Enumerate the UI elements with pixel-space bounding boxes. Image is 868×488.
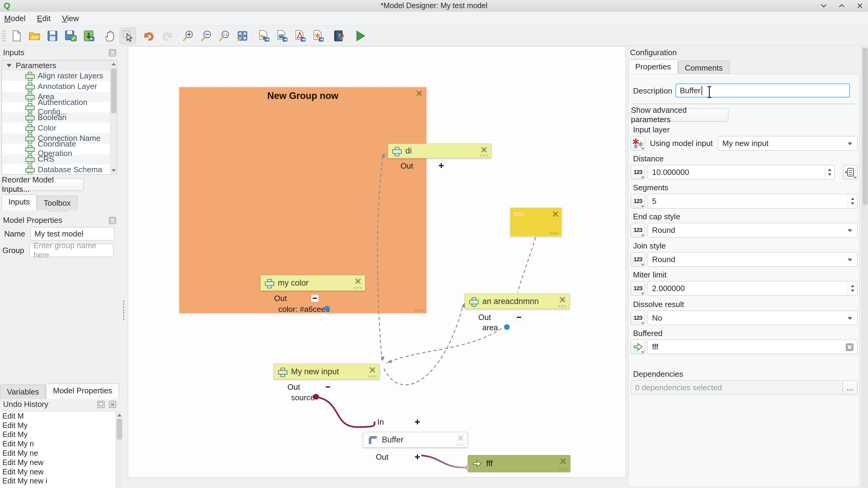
- tab-inputs[interactable]: Inputs: [1, 194, 37, 210]
- number-type-button[interactable]: 123: [631, 311, 645, 325]
- output-socket-dot[interactable]: [504, 324, 510, 330]
- show-advanced-parameters-button[interactable]: Show advanced parameters: [631, 108, 728, 122]
- number-type-button[interactable]: 123: [631, 194, 645, 208]
- save-in-project-button[interactable]: [81, 28, 97, 44]
- parameter-item-align-raster-layers[interactable]: Align raster Layers: [2, 71, 110, 82]
- number-type-button[interactable]: 123: [631, 252, 645, 267]
- select-tool-button[interactable]: [120, 28, 136, 44]
- end-cap-style-combo[interactable]: Round: [648, 223, 858, 237]
- float-panel-icon[interactable]: [109, 217, 116, 224]
- remove-group-icon[interactable]: [415, 89, 423, 97]
- number-type-button[interactable]: 123: [631, 223, 645, 237]
- dissolve-result-combo[interactable]: No: [648, 311, 858, 325]
- collapse-arrow-icon[interactable]: [7, 64, 11, 67]
- model-name-input[interactable]: My test model: [30, 227, 114, 240]
- close-panel-icon[interactable]: [109, 401, 116, 408]
- output-socket-dot[interactable]: [324, 306, 330, 311]
- description-input[interactable]: Buffer: [676, 84, 850, 97]
- dependencies-field[interactable]: 0 dependencies selected: [631, 380, 843, 395]
- iterate-button[interactable]: [843, 165, 858, 179]
- vertical-splitter[interactable]: [119, 46, 128, 488]
- parameter-item-database-schema[interactable]: Database Schema: [2, 164, 110, 175]
- scroll-up-icon[interactable]: [112, 63, 116, 65]
- panel-splitter[interactable]: [48, 210, 69, 212]
- node-my-new-input[interactable]: My new input: [274, 364, 380, 379]
- undo-history-item[interactable]: Edit My: [0, 421, 116, 430]
- float-panel-icon[interactable]: [109, 49, 116, 56]
- input-layer-combo[interactable]: My new input: [718, 136, 858, 151]
- remove-node-icon[interactable]: [457, 434, 464, 442]
- scroll-down-icon[interactable]: [112, 169, 116, 172]
- menu-view[interactable]: View: [62, 14, 79, 23]
- menu-model[interactable]: Model: [4, 14, 26, 23]
- redo-button[interactable]: [159, 28, 175, 44]
- remove-node-icon[interactable]: [354, 277, 362, 285]
- close-button[interactable]: [856, 2, 864, 10]
- expand-inputs-icon[interactable]: [414, 418, 421, 426]
- remove-node-icon[interactable]: [559, 457, 567, 465]
- undo-history-item[interactable]: Edit My ne: [0, 449, 116, 458]
- undo-history-item[interactable]: Edit M: [0, 411, 116, 421]
- buffered-output-input[interactable]: fff: [648, 340, 858, 354]
- save-model-button[interactable]: [44, 28, 61, 44]
- menu-edit[interactable]: Edit: [37, 14, 51, 23]
- number-type-button[interactable]: 123: [631, 281, 645, 296]
- remove-node-icon[interactable]: [559, 296, 566, 303]
- miter-limit-spinbox[interactable]: 2.000000: [648, 281, 858, 296]
- export-image-button[interactable]: [274, 28, 290, 44]
- save-model-as-button[interactable]: [62, 28, 79, 44]
- parameter-item-annotation-layer[interactable]: Annotation Layer: [2, 81, 110, 92]
- number-type-button[interactable]: 123: [631, 165, 645, 179]
- undo-history-item[interactable]: Edit My: [0, 430, 116, 439]
- tab-comments[interactable]: Comments: [678, 61, 730, 75]
- node-an-areacdnmnn[interactable]: an areacdnmnn: [465, 294, 570, 309]
- collapse-outputs-icon[interactable]: [324, 383, 332, 391]
- node-my-color[interactable]: my color: [260, 275, 365, 291]
- open-model-button[interactable]: [26, 28, 42, 44]
- tree-root-parameters[interactable]: Parameters: [2, 60, 110, 71]
- model-canvas[interactable]: New Group now di Out xzc my color Out: [128, 46, 626, 478]
- float-panel-icon[interactable]: [97, 401, 105, 408]
- node-di[interactable]: di: [388, 144, 491, 158]
- segments-spinbox[interactable]: 5: [648, 194, 858, 208]
- join-style-combo[interactable]: Round: [648, 252, 858, 267]
- clear-text-icon[interactable]: [846, 343, 854, 351]
- run-model-button[interactable]: [352, 28, 368, 44]
- output-type-button[interactable]: [631, 340, 645, 354]
- zoom-actual-button[interactable]: 1:1: [216, 28, 232, 44]
- collapse-outputs-icon[interactable]: [516, 314, 523, 321]
- edit-help-button[interactable]: ?: [331, 28, 347, 44]
- undo-button[interactable]: [141, 28, 157, 44]
- data-defined-button[interactable]: [631, 136, 645, 151]
- pan-button[interactable]: [102, 28, 118, 44]
- zoom-out-button[interactable]: [198, 28, 214, 44]
- zoom-in-button[interactable]: [180, 28, 196, 44]
- parameter-item-color[interactable]: Color: [2, 123, 110, 133]
- configuration-scrollbar[interactable]: [862, 46, 868, 488]
- reorder-model-inputs-button[interactable]: Reorder Model Inputs...: [1, 178, 84, 191]
- export-pdf-button[interactable]: [292, 28, 308, 44]
- undo-history-item[interactable]: Edit My new: [0, 467, 116, 477]
- export-svg-button[interactable]: [310, 28, 326, 44]
- group-name-input[interactable]: Enter group name here: [30, 244, 114, 257]
- parameter-item-authentication-config[interactable]: Authentication Config...: [2, 102, 110, 113]
- maximize-button[interactable]: [838, 2, 846, 10]
- dependencies-more-button[interactable]: ...: [842, 380, 858, 395]
- remove-node-icon[interactable]: [369, 366, 376, 374]
- undo-history-item[interactable]: Edit My n: [0, 439, 116, 449]
- minimize-button[interactable]: [820, 2, 828, 10]
- remove-node-icon[interactable]: [480, 146, 488, 154]
- new-model-button[interactable]: [8, 28, 25, 44]
- undo-history-item[interactable]: Edit My new i: [0, 477, 116, 486]
- collapse-outputs-icon[interactable]: [311, 295, 318, 302]
- scrollbar-thumb[interactable]: [111, 68, 116, 113]
- node-fff[interactable]: fff: [468, 455, 570, 472]
- expand-outputs-icon[interactable]: [438, 162, 445, 169]
- node-buffer[interactable]: Buffer: [363, 432, 468, 448]
- tab-properties[interactable]: Properties: [628, 59, 678, 75]
- tab-variables[interactable]: Variables: [0, 385, 46, 399]
- source-socket-dot[interactable]: [313, 394, 319, 400]
- tab-model-properties[interactable]: Model Properties: [46, 383, 119, 399]
- remove-comment-icon[interactable]: [552, 210, 558, 217]
- parameter-item-coordinate-operation[interactable]: Coordinate Operation: [2, 144, 110, 154]
